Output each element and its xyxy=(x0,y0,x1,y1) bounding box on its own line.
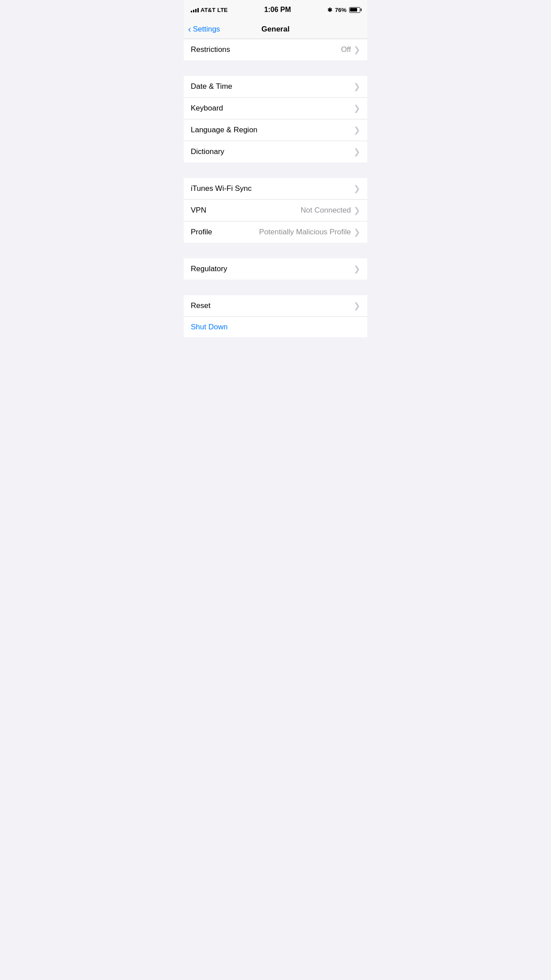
profile-value: Potentially Malicious Profile xyxy=(259,228,351,237)
profile-label: Profile xyxy=(191,228,212,237)
profile-chevron-icon: ❯ xyxy=(354,227,360,237)
date-time-right: ❯ xyxy=(354,82,360,91)
regulatory-label: Regulatory xyxy=(191,265,227,273)
restrictions-chevron-icon: ❯ xyxy=(354,45,360,55)
settings-content: Restrictions Off ❯ Date & Time ❯ Keyboar… xyxy=(184,39,367,337)
status-bar: AT&T LTE 1:06 PM ✱ 76% xyxy=(184,0,367,20)
keyboard-right: ❯ xyxy=(354,103,360,113)
carrier-name: AT&T xyxy=(201,7,216,13)
date-time-row[interactable]: Date & Time ❯ xyxy=(184,76,367,98)
signal-bar-4 xyxy=(197,8,199,12)
reset-chevron-icon: ❯ xyxy=(354,301,360,311)
keyboard-row[interactable]: Keyboard ❯ xyxy=(184,98,367,119)
back-button[interactable]: ‹ Settings xyxy=(188,25,220,34)
signal-bars xyxy=(191,7,199,12)
vpn-label: VPN xyxy=(191,206,206,215)
vpn-value: Not Connected xyxy=(301,206,351,215)
bluetooth-icon: ✱ xyxy=(327,7,332,13)
regulatory-section: Regulatory ❯ xyxy=(184,258,367,280)
restrictions-value-group: Off ❯ xyxy=(341,45,360,55)
divider-2 xyxy=(184,162,367,178)
regulatory-right: ❯ xyxy=(354,264,360,274)
back-label: Settings xyxy=(193,25,220,34)
restrictions-label: Restrictions xyxy=(191,45,230,54)
language-region-row[interactable]: Language & Region ❯ xyxy=(184,119,367,141)
itunes-wifi-sync-right: ❯ xyxy=(354,184,360,194)
divider-3 xyxy=(184,243,367,258)
reset-right: ❯ xyxy=(354,301,360,311)
keyboard-chevron-icon: ❯ xyxy=(354,103,360,113)
network-section: iTunes Wi-Fi Sync ❯ VPN Not Connected ❯ … xyxy=(184,178,367,243)
status-right-icons: ✱ 76% xyxy=(327,7,360,13)
reset-row[interactable]: Reset ❯ xyxy=(184,295,367,317)
dictionary-right: ❯ xyxy=(354,147,360,157)
back-chevron-icon: ‹ xyxy=(188,24,191,33)
itunes-wifi-sync-row[interactable]: iTunes Wi-Fi Sync ❯ xyxy=(184,178,367,200)
battery-percent: 76% xyxy=(335,7,346,13)
date-time-label: Date & Time xyxy=(191,82,232,91)
keyboard-label: Keyboard xyxy=(191,104,223,113)
language-region-label: Language & Region xyxy=(191,126,257,134)
status-time: 1:06 PM xyxy=(264,6,291,14)
signal-bar-3 xyxy=(195,9,197,12)
battery-icon xyxy=(349,7,360,13)
profile-row[interactable]: Profile Potentially Malicious Profile ❯ xyxy=(184,221,367,243)
dictionary-row[interactable]: Dictionary ❯ xyxy=(184,141,367,162)
restrictions-row[interactable]: Restrictions Off ❯ xyxy=(184,39,367,60)
carrier-info: AT&T LTE xyxy=(191,7,228,13)
vpn-right: Not Connected ❯ xyxy=(301,205,360,215)
reset-section: Reset ❯ Shut Down xyxy=(184,295,367,337)
restrictions-value: Off xyxy=(341,45,351,54)
reset-label: Reset xyxy=(191,301,210,310)
date-time-chevron-icon: ❯ xyxy=(354,82,360,91)
itunes-wifi-sync-chevron-icon: ❯ xyxy=(354,184,360,194)
signal-bar-2 xyxy=(193,10,194,12)
vpn-row[interactable]: VPN Not Connected ❯ xyxy=(184,200,367,221)
restrictions-section: Restrictions Off ❯ xyxy=(184,39,367,60)
page-title: General xyxy=(261,25,289,34)
signal-bar-1 xyxy=(191,11,192,12)
language-region-chevron-icon: ❯ xyxy=(354,125,360,135)
dictionary-label: Dictionary xyxy=(191,147,224,156)
divider-1 xyxy=(184,60,367,76)
shut-down-row[interactable]: Shut Down xyxy=(184,317,367,337)
shut-down-label: Shut Down xyxy=(191,323,228,332)
dictionary-chevron-icon: ❯ xyxy=(354,147,360,157)
regulatory-row[interactable]: Regulatory ❯ xyxy=(184,258,367,280)
divider-4 xyxy=(184,280,367,295)
network-type: LTE xyxy=(217,7,228,13)
language-region-right: ❯ xyxy=(354,125,360,135)
datetime-section: Date & Time ❯ Keyboard ❯ Language & Regi… xyxy=(184,76,367,162)
regulatory-chevron-icon: ❯ xyxy=(354,264,360,274)
profile-right: Potentially Malicious Profile ❯ xyxy=(259,227,360,237)
vpn-chevron-icon: ❯ xyxy=(354,205,360,215)
nav-header: ‹ Settings General xyxy=(184,20,367,39)
itunes-wifi-sync-label: iTunes Wi-Fi Sync xyxy=(191,184,252,193)
